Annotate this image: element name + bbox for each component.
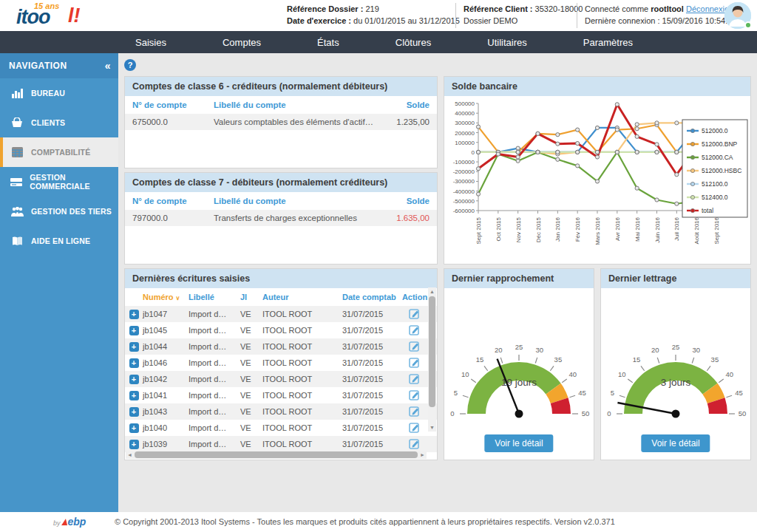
svg-text:30: 30 — [693, 346, 701, 354]
column-header[interactable]: Jl — [240, 293, 262, 301]
expand-row-icon[interactable]: + — [129, 342, 139, 352]
svg-text:20: 20 — [651, 346, 659, 354]
table-row[interactable]: +jb1047Import d…VEITOOL ROOT31/07/2015 — [125, 306, 437, 322]
edit-icon[interactable] — [409, 341, 421, 352]
entry-journal: VE — [240, 375, 262, 383]
nav-item-paramètres[interactable]: Paramètres — [577, 34, 639, 51]
horizontal-scroll-thumb[interactable] — [135, 451, 418, 458]
svg-text:100000: 100000 — [455, 140, 475, 146]
entry-number: jb1044 — [143, 342, 189, 351]
column-header[interactable]: Libellé — [189, 293, 240, 301]
sidebar-item-book[interactable]: AIDE EN LIGNE — [0, 226, 118, 256]
edit-icon[interactable] — [409, 357, 421, 368]
scroll-down-arrow[interactable]: ▼ — [428, 423, 436, 432]
panel-classe7-title: Comptes de classe 7 - débiteurs (normale… — [125, 173, 437, 192]
table-row[interactable]: +jb1041Import d…VEITOOL ROOT31/07/2015 — [125, 387, 437, 403]
column-header[interactable]: Auteur — [262, 293, 342, 301]
rapprochement-detail-button[interactable]: Voir le détail — [484, 434, 553, 452]
svg-text:40: 40 — [569, 370, 577, 378]
nav-item-saisies[interactable]: Saisies — [129, 34, 172, 51]
edit-icon[interactable] — [409, 324, 421, 335]
app-logo[interactable]: 15 ans itoo l! — [12, 1, 101, 30]
nav-item-états[interactable]: États — [311, 34, 345, 51]
sidebar-item-chart[interactable]: BUREAU — [0, 78, 118, 108]
expand-row-icon[interactable]: + — [129, 310, 139, 319]
nav-item-clôtures[interactable]: Clôtures — [390, 34, 437, 51]
table-row[interactable]: +jb1045Import d…VEITOOL ROOT31/07/2015 — [125, 322, 437, 338]
panel-lettrage: Dernier lettrage 051015202530354045503 j… — [600, 268, 751, 460]
ebp-logo: byebp — [53, 516, 86, 528]
logo-accent: l! — [68, 4, 81, 27]
table-row[interactable]: +jb1040Import d…VEITOOL ROOT31/07/2015 — [125, 420, 437, 436]
sidebar-item-card[interactable]: GESTION COMMERCIALE — [0, 167, 118, 197]
svg-text:25: 25 — [515, 343, 523, 351]
edit-icon[interactable] — [409, 389, 421, 400]
nav-item-utilitaires[interactable]: Utilitaires — [481, 34, 532, 51]
expand-row-icon[interactable]: + — [129, 326, 139, 335]
scroll-left-arrow[interactable]: ◄ — [126, 451, 134, 459]
column-header[interactable]: Numéro∨ — [143, 293, 189, 301]
entry-journal: VE — [240, 407, 262, 416]
column-header[interactable]: Solde — [374, 100, 430, 109]
column-header[interactable]: Action — [401, 293, 428, 301]
sidebar-item-basket[interactable]: CLIENTS — [0, 108, 118, 137]
table-row[interactable]: +jb1046Import d…VEITOOL ROOT31/07/2015 — [125, 355, 437, 371]
edit-icon[interactable] — [409, 438, 421, 449]
table-row[interactable]: +jb1042Import d…VEITOOL ROOT31/07/2015 — [125, 371, 437, 387]
column-header[interactable]: N° de compte — [132, 197, 214, 205]
vertical-scrollbar[interactable]: ▲ ▼ — [428, 287, 436, 432]
user-avatar[interactable] — [724, 2, 751, 29]
sidebar-item-grid[interactable]: COMPTABILITÉ — [0, 137, 118, 167]
svg-text:35: 35 — [711, 355, 719, 364]
svg-text:-400000: -400000 — [453, 188, 475, 195]
entry-journal: VE — [240, 358, 262, 367]
horizontal-scrollbar[interactable]: ◄ ► — [126, 451, 427, 459]
account-balance: 1.635,00 — [374, 214, 430, 222]
column-header[interactable]: Date comptab — [342, 293, 401, 301]
entry-date: 31/07/2015 — [342, 310, 401, 318]
entry-journal: VE — [240, 310, 262, 318]
entry-label: Import d… — [189, 423, 240, 432]
nav-item-comptes[interactable]: Comptes — [217, 34, 267, 51]
expand-row-icon[interactable]: + — [129, 423, 139, 433]
table-row[interactable]: 675000.0Valeurs comptables des éléments … — [125, 114, 437, 130]
expand-row-icon[interactable]: + — [129, 375, 139, 384]
vertical-scroll-thumb[interactable] — [429, 296, 435, 407]
expander-cell: + — [125, 326, 143, 335]
action-cell — [401, 357, 428, 369]
expand-row-icon[interactable]: + — [129, 407, 139, 417]
lettrage-detail-button[interactable]: Voir le détail — [641, 434, 710, 452]
edit-icon[interactable] — [409, 406, 421, 417]
expand-row-icon[interactable]: + — [129, 440, 139, 449]
edit-icon[interactable] — [409, 422, 421, 433]
column-header[interactable]: Solde — [374, 197, 430, 205]
column-header[interactable]: Libellé du compte — [214, 197, 374, 205]
edit-icon[interactable] — [409, 308, 421, 319]
column-header[interactable]: Libellé du compte — [214, 100, 374, 109]
collapse-sidebar-button[interactable]: « — [105, 60, 111, 72]
table-row[interactable]: +jb1043Import d…VEITOOL ROOT31/07/2015 — [125, 403, 437, 420]
expand-row-icon[interactable]: + — [129, 358, 139, 368]
table-row[interactable]: +jb1039Import d…VEITOOL ROOT31/07/2015 — [125, 436, 437, 452]
edit-icon[interactable] — [409, 373, 421, 384]
entry-author: ITOOL ROOT — [262, 310, 342, 318]
entry-author: ITOOL ROOT — [262, 342, 342, 351]
ebp-by-label: by — [53, 519, 61, 527]
bank-balance-chart: 5000004000003000002000001000000-100000-2… — [444, 96, 750, 267]
table-row[interactable]: +jb1044Import d…VEITOOL ROOT31/07/2015 — [125, 338, 437, 355]
table-header: N° de compteLibellé du compteSolde — [125, 192, 437, 210]
entry-number: jb1043 — [143, 407, 189, 416]
column-header-label: Libellé — [189, 293, 214, 301]
sidebar-item-people[interactable]: GESTION DES TIERS — [0, 197, 118, 226]
scroll-right-arrow[interactable]: ► — [418, 451, 427, 459]
expand-row-icon[interactable]: + — [129, 391, 139, 400]
help-icon[interactable]: ? — [124, 59, 136, 71]
column-header[interactable]: N° de compte — [132, 100, 214, 109]
entry-label: Import d… — [189, 310, 240, 318]
svg-text:Oct 2015: Oct 2015 — [495, 216, 502, 241]
table-row[interactable]: 797000.0Transferts de charges exceptionn… — [125, 210, 437, 226]
entry-journal: VE — [240, 423, 262, 432]
scroll-up-arrow[interactable]: ▲ — [428, 287, 436, 296]
entry-date: 31/07/2015 — [342, 358, 401, 367]
column-header-label: Jl — [240, 293, 247, 301]
